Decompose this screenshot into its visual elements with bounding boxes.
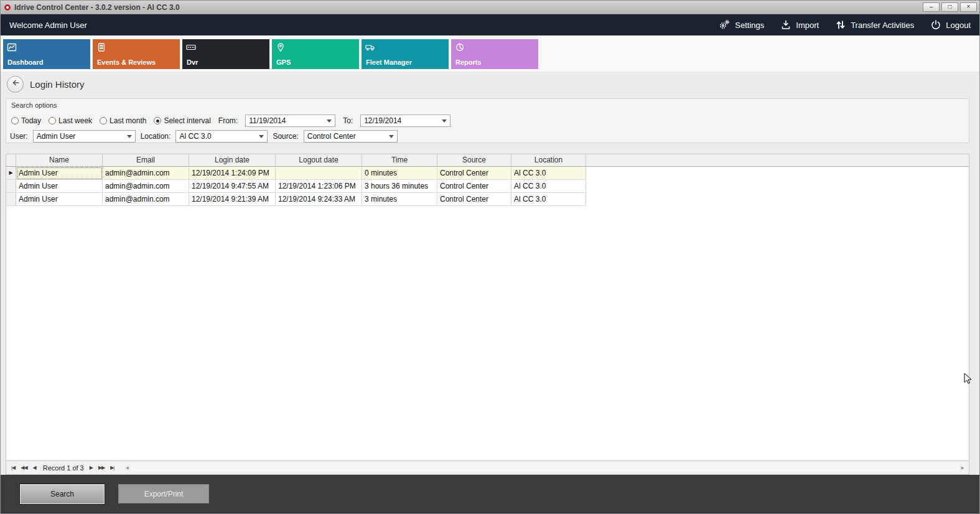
radio-today-dot bbox=[11, 117, 19, 124]
chevron-down-icon bbox=[442, 119, 447, 123]
tile-gps[interactable]: GPS bbox=[272, 39, 359, 69]
location-label: Location: bbox=[141, 132, 171, 141]
cell-logout-date[interactable]: 12/19/2014 1:23:06 PM bbox=[276, 180, 362, 193]
close-button[interactable]: × bbox=[960, 2, 977, 12]
last-record-button[interactable]: ▶| bbox=[110, 465, 114, 470]
radio-last-month[interactable]: Last month bbox=[100, 116, 146, 125]
scrollbar-track[interactable] bbox=[131, 464, 959, 472]
tile-events-reviews[interactable]: Events & Reviews bbox=[93, 39, 180, 69]
scroll-right-icon[interactable]: ▶ bbox=[959, 465, 966, 470]
chevron-down-icon bbox=[127, 135, 132, 138]
user-select[interactable]: Admin User bbox=[33, 130, 136, 143]
radio-select-interval[interactable]: Select interval bbox=[154, 116, 210, 125]
cell-logout-date[interactable]: 12/19/2014 9:24:33 AM bbox=[276, 193, 362, 206]
topbar: Welcome Admin User Settings Import bbox=[1, 14, 979, 35]
column-header-email[interactable]: Email bbox=[103, 154, 189, 167]
radio-today[interactable]: Today bbox=[11, 116, 41, 125]
maximize-button[interactable]: □ bbox=[941, 2, 958, 12]
cell-name[interactable]: Admin User bbox=[16, 180, 103, 193]
cell-location[interactable]: Al CC 3.0 bbox=[511, 167, 586, 180]
import-label: Import bbox=[796, 21, 819, 30]
search-button[interactable]: Search bbox=[20, 484, 105, 504]
location-select[interactable]: Al CC 3.0 bbox=[175, 130, 268, 143]
back-button[interactable] bbox=[7, 76, 24, 93]
cell-email[interactable]: admin@admin.com bbox=[103, 167, 189, 180]
from-date-select[interactable]: 11/19/2014 bbox=[245, 114, 335, 127]
map-pin-icon bbox=[276, 42, 286, 55]
cell-logout-date[interactable] bbox=[276, 167, 362, 180]
table-row[interactable]: ▶ Admin User admin@admin.com 12/19/2014 … bbox=[6, 167, 969, 180]
column-header-login-date[interactable]: Login date bbox=[189, 154, 276, 167]
tile-fleet-manager[interactable]: Fleet Manager bbox=[362, 39, 449, 69]
tile-reports[interactable]: Reports bbox=[451, 39, 538, 69]
chevron-down-icon bbox=[389, 135, 394, 138]
cell-login-date[interactable]: 12/19/2014 1:24:09 PM bbox=[189, 167, 276, 180]
row-indicator bbox=[6, 180, 16, 193]
tile-dvr[interactable]: Dvr bbox=[182, 39, 269, 69]
power-icon bbox=[930, 19, 941, 30]
cell-time[interactable]: 0 minutes bbox=[362, 167, 437, 180]
page-title: Login History bbox=[30, 79, 85, 90]
export-print-button[interactable]: Export/Print bbox=[118, 484, 209, 503]
search-options-panel: Search options Today Last week Last mont… bbox=[6, 98, 969, 143]
radio-last-month-dot bbox=[100, 117, 107, 124]
source-select[interactable]: Control Center bbox=[304, 130, 398, 143]
first-record-button[interactable]: |◀ bbox=[11, 465, 15, 470]
source-value: Control Center bbox=[307, 132, 385, 141]
cell-login-date[interactable]: 12/19/2014 9:47:55 AM bbox=[189, 180, 276, 193]
welcome-text: Welcome Admin User bbox=[9, 21, 87, 30]
row-selector-icon: ▶ bbox=[6, 167, 16, 180]
to-label: To: bbox=[343, 116, 353, 125]
settings-label: Settings bbox=[735, 21, 764, 30]
login-history-grid: Name Email Login date Logout date Time S… bbox=[6, 154, 969, 461]
radio-last-week[interactable]: Last week bbox=[49, 116, 92, 125]
column-header-name[interactable]: Name bbox=[16, 154, 103, 167]
next-record-button[interactable]: ▶ bbox=[90, 465, 93, 470]
tile-dvr-label: Dvr bbox=[187, 58, 198, 66]
table-row[interactable]: Admin User admin@admin.com 12/19/2014 9:… bbox=[6, 193, 969, 206]
prev-page-button[interactable]: ◀◀ bbox=[21, 465, 27, 470]
titlebar: Idrive Control Center - 3.0.2 version - … bbox=[1, 1, 979, 14]
cell-name[interactable]: Admin User bbox=[16, 193, 103, 206]
source-label: Source: bbox=[273, 132, 298, 141]
chevron-down-icon bbox=[259, 135, 264, 138]
column-header-location[interactable]: Location bbox=[511, 154, 586, 167]
window-controls: – □ × bbox=[923, 2, 977, 12]
row-indicator-header bbox=[6, 154, 16, 167]
horizontal-scrollbar[interactable]: ◀ ▶ bbox=[123, 463, 966, 472]
cell-source[interactable]: Control Center bbox=[437, 193, 511, 206]
cell-source[interactable]: Control Center bbox=[437, 180, 511, 193]
logout-button[interactable]: Logout bbox=[930, 19, 971, 30]
column-header-time[interactable]: Time bbox=[362, 154, 437, 167]
column-header-source[interactable]: Source bbox=[437, 154, 511, 167]
scroll-left-icon[interactable]: ◀ bbox=[123, 465, 130, 470]
next-page-button[interactable]: ▶▶ bbox=[98, 465, 105, 470]
cell-time[interactable]: 3 minutes bbox=[362, 193, 437, 206]
to-date-value: 12/19/2014 bbox=[364, 116, 438, 125]
to-date-select[interactable]: 12/19/2014 bbox=[360, 114, 450, 127]
app-icon bbox=[4, 4, 11, 11]
prev-record-button[interactable]: ◀ bbox=[33, 465, 36, 470]
cell-email[interactable]: admin@admin.com bbox=[103, 193, 189, 206]
table-row[interactable]: Admin User admin@admin.com 12/19/2014 9:… bbox=[6, 180, 969, 193]
column-header-logout-date[interactable]: Logout date bbox=[276, 154, 362, 167]
minimize-button[interactable]: – bbox=[923, 2, 940, 12]
action-bar: Search Export/Print bbox=[1, 475, 979, 513]
from-date-value: 11/19/2014 bbox=[249, 116, 323, 125]
radio-today-label: Today bbox=[21, 116, 41, 125]
import-button[interactable]: Import bbox=[780, 19, 819, 30]
tile-dashboard[interactable]: Dashboard bbox=[3, 39, 90, 69]
cell-location[interactable]: Al CC 3.0 bbox=[511, 180, 586, 193]
cell-location[interactable]: Al CC 3.0 bbox=[511, 193, 586, 206]
cell-login-date[interactable]: 12/19/2014 9:21:39 AM bbox=[189, 193, 276, 206]
nav-tiles: Dashboard Events & Reviews Dvr bbox=[1, 35, 979, 72]
cell-time[interactable]: 3 hours 36 minutes bbox=[362, 180, 437, 193]
tile-fleet-label: Fleet Manager bbox=[366, 58, 412, 66]
cell-name[interactable]: Admin User bbox=[16, 167, 103, 180]
transfer-activities-button[interactable]: Transfer Activities bbox=[835, 19, 914, 30]
settings-button[interactable]: Settings bbox=[718, 19, 764, 30]
transfer-label: Transfer Activities bbox=[851, 21, 914, 30]
arrow-left-icon bbox=[10, 77, 21, 91]
cell-source[interactable]: Control Center bbox=[437, 167, 511, 180]
cell-email[interactable]: admin@admin.com bbox=[103, 180, 189, 193]
